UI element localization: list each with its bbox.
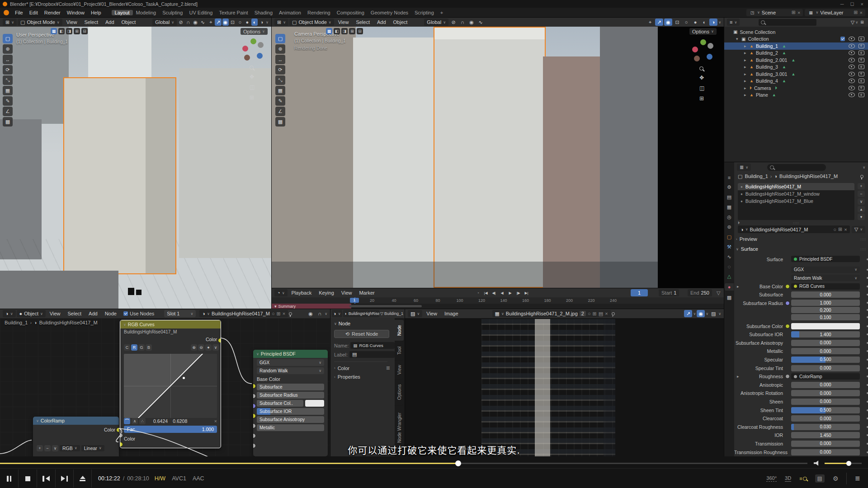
pin-icon[interactable]	[289, 312, 292, 315]
show-overlays-icon[interactable]: ◉	[664, 19, 672, 26]
property-row-subsurface-color[interactable]: Subsurface Color	[734, 323, 868, 329]
shading-wireframe-icon[interactable]: ○	[682, 19, 690, 26]
properties-modifier-tab-icon[interactable]: ⚒	[725, 244, 734, 250]
open-folder-icon[interactable]: ▤	[599, 311, 603, 317]
handle-vector-icon[interactable]: ∧	[132, 418, 138, 424]
properties-texture-tab-icon[interactable]: ▩	[725, 295, 734, 300]
slider-clearcoat-roughness[interactable]: 0.030	[791, 424, 860, 430]
handle-free-icon[interactable]: ∴	[139, 418, 146, 424]
tab-node[interactable]: Node	[395, 320, 404, 341]
vpl-editor-type[interactable]: ⊞∨	[3, 19, 17, 26]
workspace-tab-texture-paint[interactable]: Texture Paint	[216, 10, 251, 15]
visibility-eye-icon[interactable]	[849, 65, 855, 69]
image-menu-view[interactable]: View	[423, 311, 440, 316]
material-slot[interactable]: ●BuildingsHighRise0417_M_Blue	[738, 197, 854, 205]
viewport-3d-left[interactable]: ⊞∨▢Object Mode∨ViewSelectAddObjectGlobal…	[0, 18, 271, 309]
breadcrumb-object[interactable]: Building_1	[745, 174, 768, 179]
delete-point-icon[interactable]: ×	[214, 418, 217, 424]
render-visibility-icon[interactable]	[859, 86, 864, 90]
shader-editor-type[interactable]: ◑∨	[3, 310, 16, 317]
add-slot-button[interactable]: +	[858, 183, 865, 189]
collection-checkbox[interactable]	[840, 37, 845, 41]
vpl-options[interactable]: Options∨	[241, 28, 268, 35]
shader-menu-view[interactable]: View	[47, 311, 64, 316]
visibility-eye-icon[interactable]	[849, 44, 855, 48]
slider-specular[interactable]: 0.500	[791, 357, 860, 363]
slider-anisotropic-rotation[interactable]: 0.000	[791, 390, 860, 396]
properties-editor-type[interactable]: ≣∨	[737, 164, 751, 171]
curves-color-output-socket[interactable]	[218, 338, 221, 343]
outliner-row-camera[interactable]: ▸⏵Camera⏵	[724, 84, 868, 92]
hw-decode-badge[interactable]: H/W	[155, 475, 165, 482]
vpl-tool-add-cube-icon[interactable]: ▩	[3, 117, 13, 127]
copy-icon[interactable]: ⊞	[277, 311, 281, 317]
vpl-tool-select-box-icon[interactable]: ▢	[3, 34, 13, 43]
vpr-select-mode-icon[interactable]: ▦	[326, 28, 332, 34]
menu-edit[interactable]: Edit	[26, 10, 41, 15]
property-row-clearcoat-roughness[interactable]: Clearcoat Roughness0.030	[734, 423, 868, 430]
timeline-menu-view[interactable]: View	[338, 290, 355, 296]
camera-view-icon[interactable]: ◫	[250, 84, 255, 90]
seek-bar[interactable]	[0, 463, 807, 464]
color-swatch-chip[interactable]	[791, 323, 860, 329]
vpl-tool-scale-icon[interactable]: ⤡	[3, 75, 13, 85]
property-row-metallic[interactable]: Metallic0.000	[734, 348, 868, 355]
visibility-eye-icon[interactable]	[849, 72, 855, 76]
expander-icon[interactable]: ▾	[736, 37, 741, 41]
new-collection-icon[interactable]: ⊞	[859, 19, 865, 25]
colorramp-header[interactable]: ∨ColorRamp	[33, 417, 119, 425]
shading-wireframe-icon[interactable]: ○	[237, 19, 243, 26]
principled-dropdown-1[interactable]: Random Walk∨	[257, 367, 324, 374]
visibility-eye-icon[interactable]	[849, 51, 855, 55]
vpr-select-mode-icon[interactable]: ◧	[334, 28, 340, 34]
vpr-tool-transform-icon[interactable]: ▦	[275, 86, 285, 95]
volume-icon[interactable]	[814, 460, 820, 466]
slider-ior[interactable]: 1.450	[791, 432, 860, 438]
shading-material-icon[interactable]: ◐	[251, 19, 258, 26]
curve-widget[interactable]	[124, 354, 217, 418]
zoom-icon[interactable]	[699, 66, 703, 70]
property-row-clearcoat[interactable]: Clearcoat0.000	[734, 415, 868, 422]
vpr-axis-ball[interactable]	[700, 39, 706, 45]
property-row-random-walk[interactable]: Random Walk∨	[734, 275, 868, 282]
timeline-scrollbar[interactable]	[349, 305, 422, 307]
principled-input-subsurface-radius[interactable]: Subsurface Radius	[257, 392, 324, 399]
outliner-row-building_3-001[interactable]: ▸▲Building_3.001▲	[724, 70, 868, 78]
shader-editor[interactable]: ◑∨●Object∨ViewSelectAddNodeUse NodesSlot…	[0, 309, 330, 456]
timeline-menu-playback[interactable]: Playback	[288, 290, 315, 296]
volume-slider[interactable]	[825, 463, 862, 464]
material-slot[interactable]: ●BuildingsHighRise0417_M	[738, 183, 854, 190]
vpl-menu-add[interactable]: Add	[102, 19, 118, 25]
vpl-orientation-select[interactable]: Global∨	[152, 19, 177, 26]
zoom-out-icon[interactable]: ⊖	[198, 344, 204, 351]
menu-chip[interactable]: Random Walk∨	[791, 275, 860, 281]
panel-section-properties[interactable]: ›Properties	[334, 374, 395, 380]
timeline-menu-marker[interactable]: Marker	[356, 290, 377, 296]
grid-view-icon[interactable]: ⊞	[250, 94, 255, 101]
vpr-tool-move-icon[interactable]: ↔	[275, 55, 285, 64]
surface-value-chip[interactable]: Principled BSDF	[791, 256, 860, 262]
shading-solid-icon[interactable]: ●	[691, 19, 699, 26]
node-sidebar-editor[interactable]: ◑∨◑BuildingsHighRise0417_M▽Building_1∨No…	[330, 309, 405, 456]
jump-end-button[interactable]: ▶|	[523, 290, 530, 296]
render-visibility-icon[interactable]	[859, 44, 864, 48]
properties-tool-tab-icon[interactable]: ≡	[725, 175, 734, 180]
panel-section-color[interactable]: ›Color≣	[334, 365, 395, 371]
visibility-eye-icon[interactable]	[849, 37, 855, 41]
render-visibility-icon[interactable]	[859, 58, 864, 62]
scene-selector[interactable]: ◳∨ Scene ⊞×	[746, 9, 803, 16]
channel-r-button[interactable]: R	[131, 344, 137, 351]
show-gizmo-icon[interactable]: ↗	[215, 19, 221, 26]
timeline-editor-type[interactable]: ◔∨	[274, 289, 288, 296]
properties-scene-tab-icon[interactable]: ◎	[725, 214, 734, 220]
properties-editor[interactable]: ≡⚙▤▦◎⊚▢⚒∿◌△●▩≣∨∨▢Building_1›◑BuildingsHi…	[724, 162, 868, 456]
new-viewlayer-icon[interactable]: ⊞	[854, 9, 858, 15]
principled-socket[interactable]	[253, 433, 256, 438]
filter-icon[interactable]: ▽	[851, 19, 854, 25]
vector-field[interactable]: 0.100	[791, 314, 860, 320]
channel-b-button[interactable]: B	[146, 344, 152, 351]
shader-menu-add[interactable]: Add	[85, 311, 101, 316]
outliner-search-input[interactable]	[767, 19, 809, 25]
npanel-editor-type[interactable]: ◑∨	[332, 310, 342, 317]
subtitle-search-button[interactable]: ≡	[799, 476, 807, 481]
